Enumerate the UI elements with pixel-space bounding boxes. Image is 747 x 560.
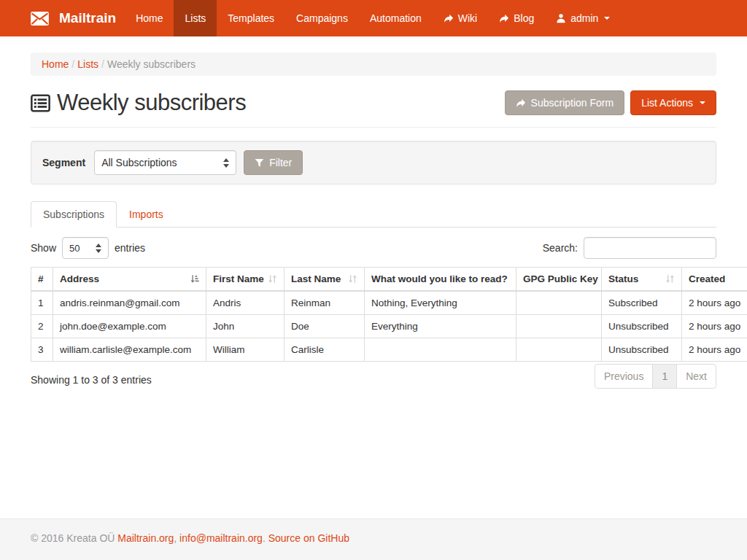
footer-link-site[interactable]: Mailtrain.org (117, 532, 174, 544)
list-actions-button[interactable]: List Actions (630, 90, 716, 115)
tab-imports[interactable]: Imports (117, 201, 176, 228)
external-link-icon (499, 14, 509, 23)
segment-select[interactable]: All Subscriptions (94, 150, 236, 175)
tab-subscriptions[interactable]: Subscriptions (31, 201, 117, 228)
page-title: Weekly subscribers (31, 90, 246, 116)
sort-icon (348, 274, 357, 284)
col-header-gpg: GPG Public Key (516, 268, 602, 292)
user-menu[interactable]: admin (545, 0, 621, 36)
nav-item-wiki[interactable]: Wiki (433, 0, 488, 36)
filter-icon (255, 158, 264, 168)
sort-asc-icon (190, 274, 199, 284)
footer: © 2016 Kreata OÜ Mailtrain.org, info@mai… (0, 518, 747, 560)
footer-link-email[interactable]: info@mailtrain.org (179, 532, 263, 544)
user-icon (556, 13, 566, 23)
pagination-next[interactable]: Next (676, 364, 716, 389)
brand-link[interactable]: Mailtrain (31, 0, 125, 36)
page-size-select[interactable]: 50 (62, 237, 109, 259)
divider (31, 127, 716, 128)
select-arrows-icon (96, 244, 101, 253)
pagination-previous[interactable]: Previous (595, 364, 653, 389)
table-row[interactable]: 2 john.doe@example.com John Doe Everythi… (31, 315, 747, 338)
nav-item-automation[interactable]: Automation (359, 0, 433, 36)
external-link-icon (444, 14, 454, 23)
cell-created: 2 hours ago (682, 338, 747, 362)
col-header-status[interactable]: Status (602, 268, 682, 292)
search-label: Search: (543, 242, 578, 254)
cell-created: 2 hours ago (682, 315, 747, 338)
show-label: Show (31, 242, 56, 254)
sort-icon (268, 274, 277, 284)
segment-filter-panel: Segment All Subscriptions Filter (31, 141, 716, 184)
entries-label: entries (115, 242, 145, 254)
subscribers-table: # Address First Name Last Name What (31, 267, 747, 362)
cell-address: john.doe@example.com (53, 315, 206, 338)
filter-button[interactable]: Filter (244, 150, 303, 175)
list-icon (31, 94, 50, 112)
sort-icon (665, 274, 675, 284)
breadcrumb-home[interactable]: Home (42, 58, 69, 70)
cell-status: Unsubscribed (602, 315, 682, 338)
nav-item-blog[interactable]: Blog (488, 0, 545, 36)
table-header-row: # Address First Name Last Name What (31, 268, 747, 292)
table-row[interactable]: 3 william.carlisle@example.com William C… (31, 338, 747, 362)
caret-down-icon (604, 17, 610, 20)
breadcrumb-current: Weekly subscribers (107, 58, 196, 70)
cell-created: 2 hours ago (682, 291, 747, 315)
table-row[interactable]: 1 andris.reinman@gmail.com Andris Reinma… (31, 291, 747, 315)
col-header-read-pref: What would you like to read? (365, 268, 516, 292)
search-input[interactable] (584, 237, 716, 259)
nav-item-home[interactable]: Home (125, 0, 174, 36)
cell-status: Subscribed (602, 291, 682, 315)
segment-label: Segment (42, 157, 85, 168)
footer-link-github[interactable]: Source on GitHub (268, 532, 349, 544)
cell-address: william.carlisle@example.com (53, 338, 206, 362)
pagination-page-1[interactable]: 1 (652, 364, 677, 389)
envelope-icon (31, 12, 49, 26)
col-header-created[interactable]: Created (682, 268, 747, 292)
caret-down-icon (700, 101, 705, 104)
col-header-index: # (31, 268, 53, 292)
share-icon (516, 98, 526, 108)
table-info: Showing 1 to 3 of 3 entries (31, 374, 152, 386)
col-header-last-name[interactable]: Last Name (285, 268, 365, 292)
nav-item-lists[interactable]: Lists (174, 0, 217, 36)
col-header-address[interactable]: Address (53, 268, 206, 292)
nav-item-templates[interactable]: Templates (217, 0, 285, 36)
select-arrows-icon (223, 158, 229, 168)
nav-item-campaigns[interactable]: Campaigns (285, 0, 359, 36)
brand-text: Mailtrain (59, 10, 116, 26)
main-nav: Home Lists Templates Campaigns Automatio… (125, 0, 621, 36)
cell-status: Unsubscribed (602, 338, 682, 362)
copyright: © 2016 Kreata OÜ (31, 532, 115, 544)
breadcrumb: Home/Lists/Weekly subscribers (31, 52, 716, 76)
tab-bar: Subscriptions Imports (31, 201, 716, 228)
pagination: Previous 1 Next (595, 364, 716, 389)
cell-address: andris.reinman@gmail.com (53, 291, 206, 315)
subscription-form-button[interactable]: Subscription Form (505, 90, 625, 115)
col-header-first-name[interactable]: First Name (206, 268, 285, 292)
navbar: Mailtrain Home Lists Templates Campaigns… (0, 0, 747, 36)
breadcrumb-lists[interactable]: Lists (77, 58, 98, 70)
